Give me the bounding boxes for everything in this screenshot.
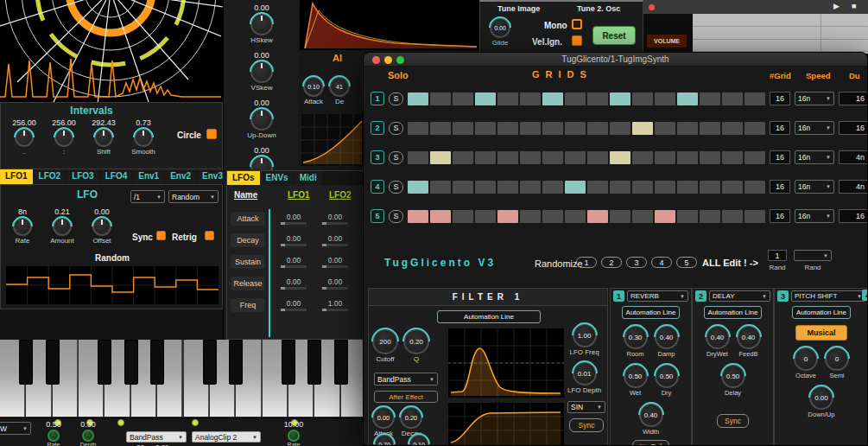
grid-cell[interactable] (430, 151, 451, 164)
piano-black-key[interactable] (307, 340, 321, 385)
grid-cell[interactable] (610, 210, 630, 223)
mod-param-name[interactable]: Decay (231, 233, 265, 247)
grid-cell[interactable] (632, 122, 653, 135)
mod-value[interactable]: 0.00 (281, 256, 307, 268)
grid-speed-select[interactable]: 16n▼ (795, 150, 834, 164)
cutoff-knob[interactable]: 200 (372, 328, 398, 354)
sync-button[interactable]: Sync (717, 414, 749, 428)
mod-value-slider[interactable] (281, 265, 307, 268)
grid-cell[interactable] (475, 151, 496, 164)
grid-cell[interactable] (453, 122, 473, 135)
effect-slot-number[interactable]: 1 (613, 290, 624, 302)
--knob[interactable] (15, 128, 34, 147)
grid-cell[interactable] (542, 210, 563, 223)
mod-value[interactable]: 0.00 (281, 299, 307, 311)
wet-knob[interactable]: 0.50 (624, 364, 648, 388)
mod-value-slider[interactable] (322, 244, 348, 246)
mod-value-slider[interactable] (281, 287, 307, 290)
filter-sync-button[interactable]: Sync (569, 418, 604, 432)
randomize-button-1[interactable]: 1 (576, 257, 597, 268)
randomize-button-4[interactable]: 4 (651, 257, 672, 268)
tab-lfo3[interactable]: LFO3 (67, 169, 99, 184)
down-up-knob[interactable]: 0.00 (809, 385, 833, 410)
mod-value-slider[interactable] (322, 222, 348, 225)
bottom-filter-type-select[interactable]: BandPass ▼ (126, 431, 187, 443)
grid-cell[interactable] (655, 151, 675, 164)
piano-black-key[interactable] (19, 340, 33, 385)
offset-knob[interactable] (92, 217, 111, 236)
grid-cell[interactable] (520, 151, 541, 164)
zoom-icon[interactable] (396, 56, 404, 64)
lfo-freq-knob[interactable]: 1.00 (573, 323, 597, 347)
grid-cell[interactable] (475, 181, 496, 194)
mod-param-name[interactable]: Sustain (231, 255, 265, 269)
grid-count[interactable]: 16 (770, 92, 790, 105)
grid-cell[interactable] (408, 92, 428, 105)
rand-select[interactable]: ▼ (794, 250, 832, 261)
stop-icon[interactable]: ■ (852, 2, 856, 10)
retrig-toggle[interactable] (205, 231, 214, 240)
delay-knob[interactable]: 0.50 (721, 364, 745, 388)
grid-cell[interactable] (542, 92, 563, 105)
tab-lfo1[interactable]: LFO1 (0, 169, 33, 184)
grid-cell[interactable] (677, 92, 698, 105)
automation-line-button[interactable]: Automation Line (622, 306, 681, 319)
grid-row-number[interactable]: 4 (371, 180, 384, 194)
grid-cell[interactable] (408, 151, 428, 164)
decay-knob[interactable]: 0.20 (400, 406, 422, 429)
automation-line-button[interactable]: Automation Line (704, 306, 763, 319)
grid-cell[interactable] (520, 210, 541, 223)
circle-toggle[interactable] (206, 129, 217, 139)
grid-cell[interactable] (453, 92, 473, 105)
mono-checkbox[interactable] (572, 19, 582, 29)
mod-value-slider[interactable] (281, 309, 307, 311)
grid-cell[interactable] (587, 151, 608, 164)
automation-line-button[interactable]: Automation Line (437, 310, 541, 323)
effect-slot-number[interactable]: 4 (862, 290, 868, 301)
randomize-button-3[interactable]: 3 (626, 257, 647, 268)
grid-cell[interactable] (475, 122, 496, 135)
grid-cell[interactable] (744, 210, 765, 223)
up-down-knob[interactable] (250, 108, 273, 131)
grid-cell[interactable] (722, 92, 743, 105)
grid-cell[interactable] (520, 92, 541, 105)
mod-param-name[interactable]: Attack (231, 212, 265, 226)
q-knob[interactable]: 0.20 (403, 328, 429, 354)
effect-slot-number[interactable]: 2 (695, 290, 706, 302)
sync-toggle[interactable] (156, 231, 166, 240)
--knob[interactable] (54, 128, 73, 147)
damp-knob[interactable]: 0.40 (655, 325, 679, 349)
solo-button[interactable]: S (389, 122, 403, 135)
grid-speed-select[interactable]: 16n▼ (795, 121, 834, 135)
octave-knob[interactable]: 0 (794, 347, 818, 371)
grid-cell[interactable] (497, 92, 518, 105)
grid-cell[interactable] (700, 181, 720, 194)
de-knob[interactable]: 41 (329, 76, 350, 97)
piano-black-key[interactable] (229, 340, 243, 385)
piano-black-key[interactable] (334, 340, 348, 385)
filter-lfo-wave-select[interactable]: SIN ▼ (567, 401, 605, 413)
randomize-button-5[interactable]: 5 (676, 257, 697, 268)
tab-midi[interactable]: Midi (295, 171, 322, 185)
grid-cell[interactable] (497, 122, 518, 135)
grid-duration[interactable]: 16 (839, 121, 868, 135)
mod-param-name[interactable]: Freq (231, 298, 265, 312)
mod-value[interactable]: 0.00 (281, 234, 307, 246)
effect-slot-number[interactable]: 3 (777, 290, 789, 302)
smooth-knob[interactable] (134, 128, 153, 147)
effect-type-select[interactable]: PITCH SHIFT▼ (791, 290, 865, 302)
grid-cell[interactable] (700, 210, 720, 223)
grid-cell[interactable] (722, 210, 743, 223)
glide-knob[interactable]: 0.00 (490, 17, 510, 38)
rate-knob[interactable] (48, 430, 60, 442)
grid-duration[interactable]: 16 (839, 209, 868, 223)
grid-row-number[interactable]: 3 (371, 150, 384, 164)
piano-black-key[interactable] (203, 340, 217, 385)
grid-cell[interactable] (744, 92, 765, 105)
musical-button[interactable]: Musical (795, 325, 846, 341)
grid-cell[interactable] (475, 210, 496, 223)
drywet-knob[interactable]: 0.40 (706, 325, 730, 349)
mod-value[interactable]: 0.00 (281, 277, 307, 290)
effect-type-select[interactable]: DELAY▼ (709, 290, 770, 302)
close-icon[interactable] (649, 4, 655, 10)
